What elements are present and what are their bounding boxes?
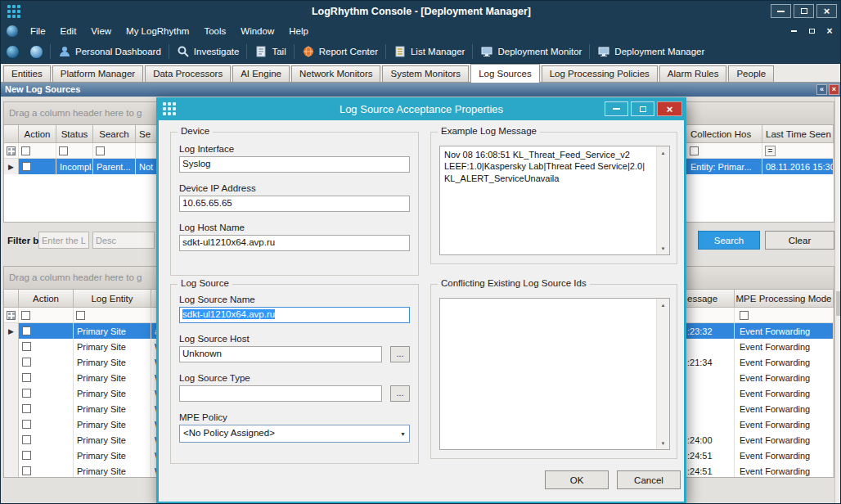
textarea-scrollbar[interactable]: ▲ ▼: [656, 299, 669, 449]
conflicting-ids-textarea[interactable]: ▲ ▼: [439, 298, 670, 450]
tab-data-processors[interactable]: Data Processors: [145, 65, 231, 82]
log-interface-field[interactable]: Syslog: [179, 156, 410, 173]
menu-edit[interactable]: Edit: [53, 22, 84, 40]
tab-network-monitors[interactable]: Network Monitors: [291, 65, 380, 82]
filter-checkbox[interactable]: [96, 146, 105, 155]
tab-alarm-rules[interactable]: Alarm Rules: [659, 65, 727, 82]
column-header-action[interactable]: Action: [19, 125, 56, 142]
dialog-close-button[interactable]: ×: [657, 101, 682, 116]
personal-dashboard-label: Personal Dashboard: [75, 47, 161, 56]
column-header-message-cut[interactable]: essage: [687, 290, 735, 307]
tab-ai-engine[interactable]: AI Engine: [232, 65, 290, 82]
row-checkbox[interactable]: [22, 420, 31, 429]
row-checkbox[interactable]: [22, 466, 31, 475]
close-button[interactable]: ×: [816, 4, 837, 18]
deployment-monitor-button[interactable]: Deployment Monitor: [474, 40, 587, 63]
device-ip-field[interactable]: 10.65.65.65: [179, 196, 410, 212]
filter-equals-operator[interactable]: =: [765, 146, 776, 156]
log-source-type-field[interactable]: [179, 385, 382, 402]
scroll-up-icon[interactable]: ▲: [657, 299, 669, 311]
row-checkbox[interactable]: [22, 389, 31, 398]
menu-window[interactable]: Window: [233, 22, 281, 40]
scroll-down-icon[interactable]: ▼: [657, 437, 669, 449]
log-source-filter-input[interactable]: [38, 232, 89, 249]
column-header-search[interactable]: Search: [93, 125, 136, 142]
deployment-manager-button[interactable]: Deployment Manager: [591, 40, 710, 63]
filter-checkbox[interactable]: [59, 146, 68, 155]
example-log-message-textarea[interactable]: Nov 08 16:08:51 KL_Threat_Feed_Service_v…: [439, 146, 670, 255]
row-marker: ▶: [4, 323, 19, 339]
tail-button[interactable]: Tail: [249, 40, 291, 63]
scroll-down-icon[interactable]: ▼: [657, 242, 669, 254]
row-checkbox[interactable]: [22, 358, 31, 367]
menu-view[interactable]: View: [83, 22, 119, 40]
restore-button[interactable]: [794, 4, 814, 18]
column-header-status[interactable]: Status: [56, 125, 93, 142]
dialog-titlebar[interactable]: Log Source Acceptance Properties ×: [156, 97, 686, 120]
filter-checkbox[interactable]: [690, 146, 699, 155]
menu-help[interactable]: Help: [281, 22, 316, 40]
cancel-button[interactable]: Cancel: [617, 470, 681, 489]
row-checkbox[interactable]: [22, 451, 31, 460]
scrollbar-thumb[interactable]: [836, 291, 840, 316]
column-header-log-entity[interactable]: Log Entity: [74, 290, 151, 307]
search-button[interactable]: Search: [698, 231, 760, 250]
clear-button[interactable]: Clear: [765, 231, 834, 250]
web-console-icon[interactable]: [6, 45, 20, 59]
filter-checkbox[interactable]: [21, 311, 30, 320]
menu-my-logrhythm[interactable]: My LogRhythm: [119, 22, 196, 40]
mdi-close-button[interactable]: ×: [824, 25, 835, 37]
investigate-button[interactable]: Investigate: [171, 40, 245, 63]
log-source-type-browse-button[interactable]: ...: [390, 385, 410, 402]
log-source-host-field[interactable]: Unknown: [179, 346, 382, 362]
filter-checkbox[interactable]: [740, 311, 749, 320]
tab-log-processing-policies[interactable]: Log Processing Policies: [542, 65, 658, 82]
row-checkbox[interactable]: [22, 342, 31, 351]
description-filter-input[interactable]: [92, 232, 155, 249]
list-manager-button[interactable]: List Manager: [388, 40, 470, 63]
device-ip-label: Device IP Address: [179, 183, 256, 193]
column-header-collection-host[interactable]: Collection Hos: [687, 125, 762, 142]
log-host-name-field[interactable]: sdkt-ul1210x64.avp.ru: [179, 235, 410, 251]
message-date-cell: [687, 339, 735, 354]
row-checkbox[interactable]: [22, 435, 31, 444]
mdi-restore-button[interactable]: [806, 25, 817, 37]
row-checkbox[interactable]: [22, 373, 31, 382]
tab-people[interactable]: People: [728, 65, 774, 82]
mdi-minimize-button[interactable]: [788, 25, 799, 37]
filter-grid-icon[interactable]: [7, 311, 16, 320]
scroll-up-icon[interactable]: ▲: [657, 146, 669, 159]
row-checkbox[interactable]: [22, 326, 31, 335]
row-marker: [4, 463, 19, 477]
dialog-minimize-button[interactable]: [605, 101, 628, 116]
report-center-button[interactable]: Report Center: [296, 40, 384, 63]
tab-log-sources[interactable]: Log Sources: [470, 64, 540, 83]
ok-button[interactable]: OK: [545, 470, 609, 489]
collection-host-cell: Entity: Primar...: [687, 159, 762, 174]
tab-system-monitors[interactable]: System Monitors: [382, 65, 469, 82]
row-checkbox[interactable]: [22, 404, 31, 413]
globe-icon[interactable]: [29, 45, 43, 59]
vertical-scrollbar[interactable]: [834, 97, 841, 504]
textarea-scrollbar[interactable]: ▲ ▼: [656, 146, 669, 254]
tab-entities[interactable]: Entities: [3, 65, 51, 82]
panel-collapse-button[interactable]: «: [816, 84, 827, 95]
filter-checkbox[interactable]: [21, 146, 30, 155]
panel-close-button[interactable]: ×: [829, 84, 839, 95]
row-checkbox[interactable]: [22, 162, 31, 171]
filter-grid-icon[interactable]: [7, 146, 16, 155]
column-header-action[interactable]: Action: [19, 290, 74, 307]
minimize-button[interactable]: [771, 4, 791, 18]
tab-platform-manager[interactable]: Platform Manager: [52, 65, 143, 82]
log-source-host-browse-button[interactable]: ...: [390, 346, 410, 362]
column-header-mpe-processing-mode[interactable]: MPE Processing Mode: [735, 290, 834, 307]
column-header-last-time-seen[interactable]: Last Time Seen: [762, 125, 834, 142]
menu-file[interactable]: File: [23, 22, 53, 40]
filter-checkbox[interactable]: [76, 311, 85, 320]
menu-tools[interactable]: Tools: [196, 22, 233, 40]
log-source-name-field[interactable]: sdkt-ul1210x64.avp.ru: [179, 307, 410, 323]
logrhythm-logo-icon: [163, 102, 176, 115]
mpe-policy-dropdown[interactable]: <No Policy Assigned> ▼: [179, 425, 410, 443]
dialog-maximize-button[interactable]: [631, 101, 654, 116]
personal-dashboard-button[interactable]: Personal Dashboard: [52, 40, 167, 63]
